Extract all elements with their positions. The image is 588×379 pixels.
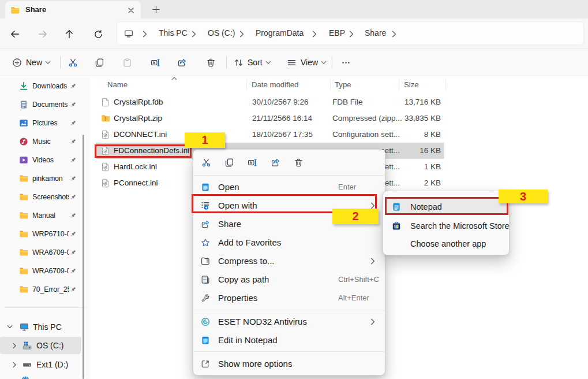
sidebar-item-wrp6710[interactable]: WRP6710-00 bbox=[0, 225, 81, 243]
notepad-icon bbox=[201, 183, 210, 192]
sidebar-item-70-error[interactable]: 70_Error_255 bbox=[0, 281, 81, 298]
column-header-name[interactable]: Name bbox=[107, 76, 128, 94]
file-row-crystalrpt-zip[interactable]: CrystalRpt.zip 21/11/2566 16:14 Compress… bbox=[90, 110, 588, 127]
menu-item-show-more-options[interactable]: Show more options bbox=[196, 355, 383, 373]
music-icon bbox=[19, 137, 28, 146]
toolbar-divider bbox=[226, 56, 227, 69]
address-bar[interactable]: This PC OS (C:) ProgramData EBP Share bbox=[117, 21, 584, 45]
more-options-button[interactable] bbox=[336, 53, 355, 72]
menu-item-compress-to[interactable]: Compress to... bbox=[196, 252, 383, 270]
sort-button[interactable]: Sort bbox=[230, 53, 276, 72]
sidebar-item-videos[interactable]: Videos bbox=[0, 151, 81, 169]
sidebar-item-pinkamon[interactable]: pinkamon bbox=[0, 170, 81, 187]
sidebar-item-wra6709-b[interactable]: WRA6709-01 bbox=[0, 262, 81, 280]
sidebar-item-documents[interactable]: Documents bbox=[0, 96, 81, 113]
sidebar-item-label: Pictures bbox=[32, 114, 58, 132]
share-button[interactable] bbox=[172, 53, 192, 72]
breadcrumb-os-c[interactable]: OS (C:) bbox=[206, 22, 237, 44]
breadcrumb-chevron-icon bbox=[143, 31, 147, 38]
pin-icon bbox=[69, 138, 77, 146]
menu-item-properties[interactable]: Properties Alt+Enter bbox=[196, 289, 383, 307]
submenu-chevron-icon bbox=[370, 258, 375, 265]
chevron-right-icon[interactable] bbox=[12, 362, 17, 368]
file-explorer-window: Share This PC OS (C:) ProgramData EBP Sh… bbox=[0, 0, 588, 379]
menu-item-eset-antivirus[interactable]: ESET NOD32 Antivirus bbox=[196, 313, 383, 331]
cut-button[interactable] bbox=[63, 53, 83, 72]
breadcrumb-this-pc[interactable]: This PC bbox=[157, 22, 189, 44]
copy-button[interactable] bbox=[219, 153, 239, 172]
column-divider[interactable] bbox=[445, 79, 446, 91]
folder-icon bbox=[19, 192, 28, 202]
column-divider[interactable] bbox=[246, 79, 247, 91]
sidebar-item-screenshots[interactable]: Screenshots bbox=[0, 188, 81, 206]
file-modified: 21/11/2566 16:14 bbox=[252, 110, 312, 127]
pin-icon bbox=[69, 120, 77, 127]
file-row-dconnect-ini[interactable]: DCONNECT.ini 18/10/2567 17:35 Configurat… bbox=[90, 127, 588, 143]
sidebar-divider bbox=[5, 307, 85, 308]
pin-icon bbox=[69, 249, 77, 257]
view-icon bbox=[287, 58, 297, 68]
menu-item-add-to-favorites[interactable]: Add to Favorites bbox=[196, 233, 383, 252]
sidebar-item-os-c[interactable]: OS (C:) bbox=[0, 337, 81, 354]
chevron-down-icon[interactable] bbox=[7, 324, 13, 329]
file-row-crystalrpt-fdb[interactable]: CrystalRpt.fdb 30/10/2567 9:26 FDB File … bbox=[90, 94, 588, 110]
submenu-item-choose-another-app[interactable]: Choose another app bbox=[387, 235, 507, 252]
sidebar-item-ext1-d[interactable]: Ext1 (D:) bbox=[0, 356, 81, 373]
sidebar-item-music[interactable]: Music bbox=[0, 133, 81, 150]
sort-button-label: Sort bbox=[248, 58, 263, 67]
wrench-icon bbox=[201, 293, 210, 303]
share-button[interactable] bbox=[265, 153, 285, 172]
menu-item-label: Compress to... bbox=[218, 252, 275, 270]
file-type: FDB File bbox=[332, 94, 363, 110]
sidebar-item-label: 70_Error_255 bbox=[32, 281, 69, 298]
menu-item-copy-as-path[interactable]: Copy as path Ctrl+Shift+C bbox=[196, 270, 383, 289]
column-header-size[interactable]: Size bbox=[404, 76, 419, 94]
tab-share[interactable]: Share bbox=[5, 1, 141, 19]
sidebar-item-wra6709-a[interactable]: WRA6709-01 bbox=[0, 244, 81, 261]
back-button[interactable] bbox=[7, 27, 23, 42]
menu-item-edit-in-notepad[interactable]: Edit in Notepad bbox=[196, 331, 383, 350]
sidebar-item-this-pc[interactable]: This PC bbox=[0, 318, 81, 336]
submenu-item-search-store[interactable]: Search the Microsoft Store bbox=[387, 217, 507, 235]
up-button[interactable] bbox=[61, 27, 77, 42]
file-size: 8 KB bbox=[390, 127, 441, 143]
ini-file-icon bbox=[101, 179, 110, 188]
menu-shortcut: Ctrl+Shift+C bbox=[338, 270, 379, 289]
paste-button[interactable] bbox=[117, 53, 137, 72]
column-divider[interactable] bbox=[399, 79, 399, 91]
menu-shortcut: Alt+Enter bbox=[338, 289, 369, 307]
sidebar-item-pictures[interactable]: Pictures bbox=[0, 114, 81, 132]
breadcrumb-ebp[interactable]: EBP bbox=[327, 22, 347, 44]
new-tab-button[interactable] bbox=[149, 3, 163, 16]
rename-button[interactable] bbox=[145, 53, 165, 72]
new-button[interactable]: New bbox=[8, 53, 55, 72]
new-button-label: New bbox=[26, 58, 42, 67]
view-button[interactable]: View bbox=[283, 53, 331, 72]
sidebar-item-manual[interactable]: Manual bbox=[0, 207, 81, 224]
downloads-icon bbox=[19, 81, 28, 91]
tab-title: Share bbox=[25, 1, 46, 18]
chevron-right-icon[interactable] bbox=[12, 343, 17, 349]
file-modified: 30/10/2567 9:26 bbox=[252, 94, 309, 110]
breadcrumb-programdata[interactable]: ProgramData bbox=[254, 22, 305, 44]
refresh-button[interactable] bbox=[90, 27, 106, 42]
column-header-type[interactable]: Type bbox=[335, 76, 351, 94]
star-icon bbox=[201, 238, 210, 247]
forward-button[interactable] bbox=[35, 27, 51, 42]
chevron-down-icon bbox=[321, 61, 327, 65]
breadcrumb-chevron-icon bbox=[239, 31, 244, 38]
column-header-modified[interactable]: Date modified bbox=[252, 76, 298, 94]
sidebar-item-downloads[interactable]: Downloads bbox=[0, 77, 81, 95]
share-icon bbox=[201, 220, 210, 229]
submenu-chevron-icon bbox=[370, 318, 375, 325]
pictures-icon bbox=[19, 118, 28, 128]
sidebar-scrollbar[interactable] bbox=[83, 135, 84, 379]
breadcrumb-share[interactable]: Share bbox=[363, 22, 388, 44]
copy-button[interactable] bbox=[89, 53, 109, 72]
cut-button[interactable] bbox=[196, 153, 216, 172]
tab-close-icon[interactable] bbox=[125, 4, 137, 17]
column-divider[interactable] bbox=[330, 79, 331, 91]
delete-button[interactable] bbox=[289, 153, 308, 172]
delete-button[interactable] bbox=[201, 53, 220, 72]
rename-button[interactable] bbox=[242, 153, 262, 172]
